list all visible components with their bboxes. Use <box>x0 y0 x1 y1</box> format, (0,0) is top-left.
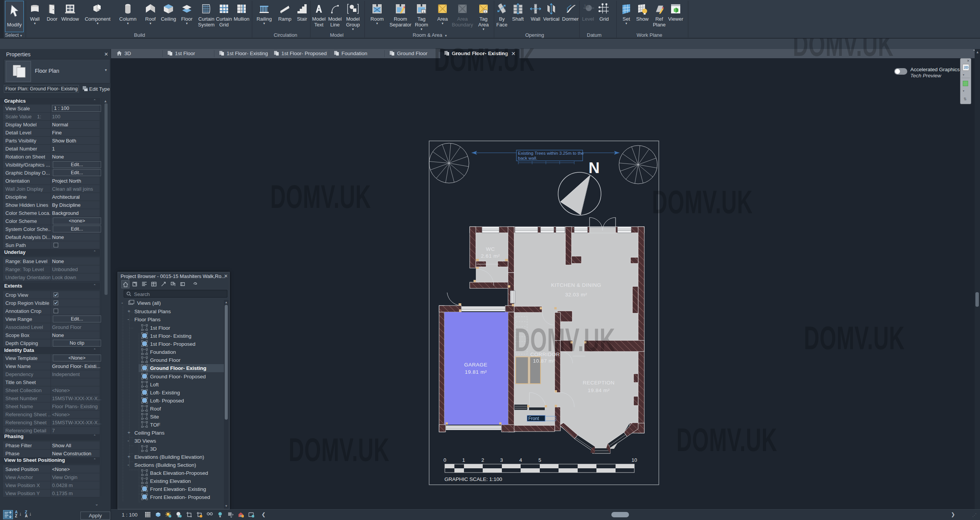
svg-text:GARAGE: GARAGE <box>464 362 488 368</box>
svg-text:5: 5 <box>538 457 541 463</box>
svg-text:32.03 m²: 32.03 m² <box>565 292 587 298</box>
svg-text:19.81 m²: 19.81 m² <box>465 369 487 375</box>
svg-text:N: N <box>589 159 600 176</box>
svg-text:4: 4 <box>519 457 522 463</box>
svg-text:0: 0 <box>443 457 446 463</box>
svg-text:1: 1 <box>485 10 486 13</box>
svg-text:10.87 m²: 10.87 m² <box>533 358 555 364</box>
svg-text:back wall.: back wall. <box>518 156 537 160</box>
svg-text:Front: Front <box>528 416 539 421</box>
svg-text:WC: WC <box>486 246 495 252</box>
svg-text:2: 2 <box>481 457 484 463</box>
svg-text:KITCHEN & DINING: KITCHEN & DINING <box>551 282 601 288</box>
svg-text:GRAPHIC SCALE: 1:100: GRAPHIC SCALE: 1:100 <box>444 476 502 482</box>
svg-text:2.61 m²: 2.61 m² <box>481 253 500 259</box>
svg-text:Existing Trees within 3.25m to: Existing Trees within 3.25m to the <box>518 151 584 155</box>
svg-text:10: 10 <box>632 457 637 463</box>
svg-text:3: 3 <box>500 457 503 463</box>
svg-text:1: 1 <box>462 457 465 463</box>
svg-text:RECEPTION: RECEPTION <box>583 380 614 386</box>
svg-text:1: 1 <box>423 10 425 13</box>
svg-text:1: 1 <box>584 4 586 7</box>
svg-text:19.84 m²: 19.84 m² <box>588 388 609 393</box>
